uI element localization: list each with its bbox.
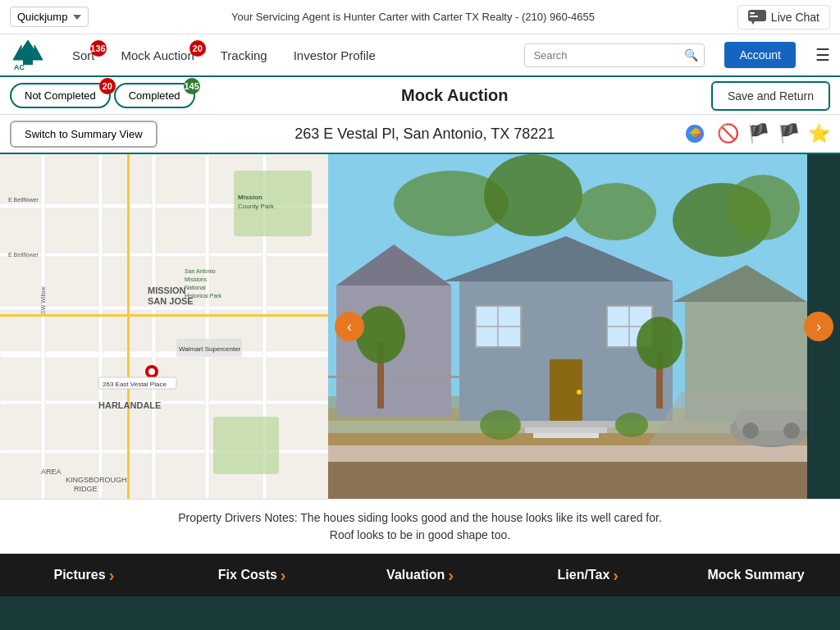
account-button[interactable]: Account xyxy=(724,42,796,68)
tab-label: Fix Costs xyxy=(218,568,277,582)
svg-rect-15 xyxy=(0,400,328,404)
svg-point-86 xyxy=(615,413,648,437)
red-flag-icon[interactable]: 🏴 xyxy=(747,123,769,144)
tab-label: Pictures xyxy=(53,568,105,582)
tab-fix-costs[interactable]: Fix Costs› xyxy=(168,554,336,596)
nav-bar: AC Sort 136 Mock Auction 20 Tracking Inv… xyxy=(0,34,840,77)
sort-badge: 136 xyxy=(90,40,107,57)
status-bar: 20 Not Completed Completed 145 Mock Auct… xyxy=(0,77,840,115)
search-input[interactable] xyxy=(524,43,705,67)
completed-button[interactable]: Completed 145 xyxy=(114,83,195,108)
action-icons: 🚫 🏴 🏴 ⭐ xyxy=(717,123,830,144)
svg-rect-22 xyxy=(0,314,328,317)
svg-point-53 xyxy=(726,175,800,240)
page-title: Mock Auction xyxy=(199,86,711,105)
svg-text:E Bellflower: E Bellflower xyxy=(8,252,39,258)
completed-badge: 145 xyxy=(184,78,200,94)
address-text: 263 E Vestal Pl, San Antonio, TX 78221 xyxy=(171,126,679,143)
svg-text:RIDGE: RIDGE xyxy=(74,485,98,493)
svg-point-51 xyxy=(574,183,656,240)
logo[interactable]: AC xyxy=(10,37,46,73)
logo-icon: AC xyxy=(10,37,46,73)
svg-rect-19 xyxy=(152,154,156,499)
svg-rect-25 xyxy=(213,417,279,474)
notes-text: Property Drivers Notes: The houes siding… xyxy=(178,511,662,541)
svg-rect-57 xyxy=(328,445,807,462)
svg-rect-70 xyxy=(517,421,615,427)
tab-valuation[interactable]: Valuation› xyxy=(336,554,504,596)
svg-text:SAN JOSE: SAN JOSE xyxy=(148,296,194,306)
bottom-tabs: Pictures›Fix Costs›Valuation›Lien/Tax›Mo… xyxy=(0,554,840,596)
tab-pictures[interactable]: Pictures› xyxy=(0,554,168,596)
svg-rect-1 xyxy=(750,12,755,14)
mock-auction-badge: 20 xyxy=(189,40,206,57)
svg-point-84 xyxy=(637,317,682,369)
tab-label: Mock Summary xyxy=(707,568,804,582)
photo-panel: ‹ › 12345 Photos last taken 7/15/2017. xyxy=(328,154,840,499)
tab-mock-summary[interactable]: Mock Summary xyxy=(672,554,840,596)
agent-text: Your Servicing Agent is Hunter Carter wi… xyxy=(231,11,595,23)
tracking-nav-item[interactable]: Tracking xyxy=(214,45,274,66)
quickjump-select[interactable]: Quickjump xyxy=(10,7,89,27)
yellow-flag-icon[interactable]: 🏴 xyxy=(778,123,800,144)
svg-rect-73 xyxy=(328,376,463,378)
summary-view-button[interactable]: Switch to Summary View xyxy=(10,121,158,148)
svg-rect-72 xyxy=(533,433,599,438)
tab-lien-tax[interactable]: Lien/Tax› xyxy=(504,554,672,596)
save-return-button[interactable]: Save and Return xyxy=(711,81,830,111)
svg-text:E Bellflower: E Bellflower xyxy=(8,197,39,203)
svg-text:HARLANDALE: HARLANDALE xyxy=(98,400,161,410)
tab-label: Valuation xyxy=(386,568,445,582)
photo-prev-button[interactable]: ‹ xyxy=(335,312,364,341)
svg-point-85 xyxy=(480,410,521,440)
svg-text:263 East Vestal Place: 263 East Vestal Place xyxy=(103,381,167,388)
svg-point-82 xyxy=(356,306,405,363)
map-panel: Mission County Park San Antonio Missions… xyxy=(0,154,328,499)
svg-rect-20 xyxy=(205,154,209,499)
svg-text:AC: AC xyxy=(14,63,25,71)
main-content: Mission County Park San Antonio Missions… xyxy=(0,154,840,499)
svg-point-50 xyxy=(484,154,582,236)
tab-chevron-icon: › xyxy=(281,566,286,585)
svg-text:San Antonio: San Antonio xyxy=(185,268,216,274)
svg-rect-62 xyxy=(550,359,582,421)
sort-nav-item[interactable]: Sort 136 xyxy=(66,45,102,66)
svg-text:County Park: County Park xyxy=(238,203,275,210)
svg-text:AREA: AREA xyxy=(41,468,62,476)
svg-rect-23 xyxy=(127,154,130,499)
not-completed-badge: 20 xyxy=(99,78,116,94)
top-bar: Quickjump Your Servicing Agent is Hunter… xyxy=(0,0,840,34)
investor-profile-nav-item[interactable]: Investor Profile xyxy=(287,45,382,66)
svg-text:Missions: Missions xyxy=(185,276,208,282)
live-chat-button[interactable]: Live Chat xyxy=(737,5,830,30)
svg-rect-12 xyxy=(0,253,328,257)
block-icon[interactable]: 🚫 xyxy=(717,123,739,144)
mock-auction-nav-item[interactable]: Mock Auction 20 xyxy=(115,45,201,66)
search-icon: 🔍 xyxy=(684,48,698,62)
svg-rect-18 xyxy=(98,154,103,499)
svg-rect-2 xyxy=(750,16,758,17)
tab-chevron-icon: › xyxy=(448,566,454,585)
photo-next-button[interactable]: › xyxy=(804,312,833,341)
map-svg: Mission County Park San Antonio Missions… xyxy=(0,154,328,499)
svg-rect-71 xyxy=(525,427,607,433)
tab-chevron-icon: › xyxy=(109,566,115,585)
svg-text:National: National xyxy=(185,285,206,290)
svg-rect-13 xyxy=(0,306,328,310)
svg-text:SW Willow: SW Willow xyxy=(40,286,46,314)
svg-point-41 xyxy=(148,368,155,375)
hamburger-menu[interactable]: ☰ xyxy=(815,45,830,65)
svg-text:MISSION: MISSION xyxy=(148,285,186,295)
chat-icon xyxy=(748,10,766,25)
star-icon[interactable]: ⭐ xyxy=(808,123,830,144)
svg-text:Walmart Supercenter: Walmart Supercenter xyxy=(179,345,241,353)
notes-area: Property Drivers Notes: The houes siding… xyxy=(0,499,840,554)
svg-rect-17 xyxy=(41,154,45,499)
svg-rect-14 xyxy=(0,351,328,358)
not-completed-button[interactable]: 20 Not Completed xyxy=(10,83,111,108)
svg-text:KINGSBOROUGH: KINGSBOROUGH xyxy=(66,476,127,484)
chrome-icon xyxy=(686,125,704,143)
svg-point-63 xyxy=(577,390,582,395)
search-box: 🔍 xyxy=(524,43,705,67)
tab-label: Lien/Tax xyxy=(558,568,610,582)
